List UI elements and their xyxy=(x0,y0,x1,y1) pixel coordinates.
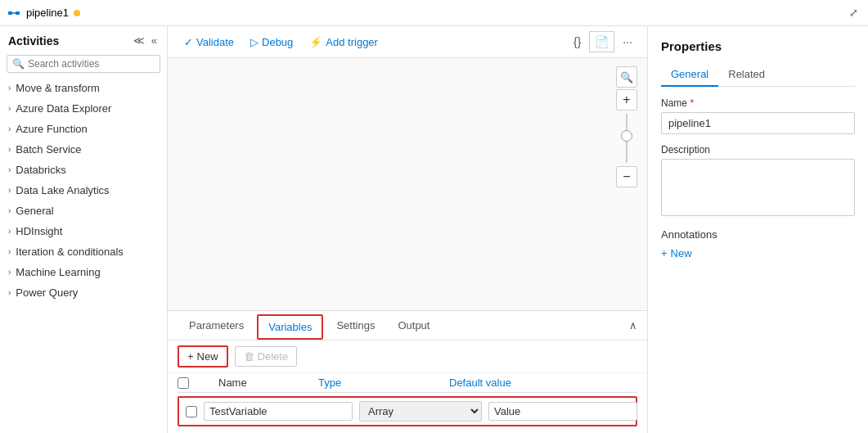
search-input[interactable] xyxy=(28,58,155,70)
sidebar-item-databricks[interactable]: › Databricks xyxy=(0,160,167,180)
sidebar-item-general[interactable]: › General xyxy=(0,201,167,221)
zoom-controls: 🔍 + − xyxy=(616,66,637,187)
bottom-toolbar: + New 🗑 Delete xyxy=(168,341,647,373)
svg-rect-0 xyxy=(8,11,12,15)
properties-tabs: General Related xyxy=(661,63,855,87)
unsaved-indicator xyxy=(74,10,80,16)
bottom-tabs-left: Parameters Variables Settings Output xyxy=(178,311,441,340)
search-icon: 🔍 xyxy=(12,58,25,70)
properties-title: Properties xyxy=(661,39,855,53)
tab-variables[interactable]: Variables xyxy=(257,314,323,340)
table-header: Name Type Default value xyxy=(178,373,637,393)
title-bar: pipeline1 ⤢ xyxy=(0,0,868,26)
pipeline-icon xyxy=(7,6,21,20)
sidebar-item-move-transform[interactable]: › Move & transform xyxy=(0,78,167,98)
sidebar-item-data-lake-analytics[interactable]: › Data Lake Analytics xyxy=(0,180,167,201)
col-header-default: Default value xyxy=(449,377,637,389)
sidebar-item-label: Machine Learning xyxy=(16,266,100,278)
new-annotation-button[interactable]: + New xyxy=(661,247,692,259)
sidebar-item-label: General xyxy=(16,205,53,217)
properties-panel: Properties General Related Name * Descri… xyxy=(647,26,868,433)
code-button[interactable]: {} xyxy=(569,32,586,52)
toolbar-left: ✓ Validate ▷ Debug ⚡ Add trigger xyxy=(178,33,385,52)
sidebar-item-azure-data-explorer[interactable]: › Azure Data Explorer xyxy=(0,98,167,119)
bottom-panel-collapse-button[interactable]: ∧ xyxy=(629,319,637,332)
sidebar-expand-button[interactable]: « xyxy=(150,33,159,48)
annotations-field: Annotations + New xyxy=(661,228,855,259)
description-field: Description xyxy=(661,144,855,219)
chevron-right-icon: › xyxy=(8,186,11,195)
sidebar-item-iteration-conditionals[interactable]: › Iteration & conditionals xyxy=(0,241,167,262)
sidebar-item-power-query[interactable]: › Power Query xyxy=(0,282,167,303)
trigger-icon: ⚡ xyxy=(309,36,322,48)
validate-button[interactable]: ✓ Validate xyxy=(178,33,241,52)
name-field: Name * xyxy=(661,97,855,134)
variable-type-select[interactable]: Array String Boolean xyxy=(359,401,482,422)
chevron-right-icon: › xyxy=(8,268,11,277)
validate-label: Validate xyxy=(196,36,234,48)
required-indicator: * xyxy=(690,97,694,109)
variable-name-input[interactable] xyxy=(204,402,353,421)
sidebar-collapse-button[interactable]: ≪ xyxy=(132,33,146,48)
chevron-right-icon: › xyxy=(8,247,11,256)
title-bar-left: pipeline1 xyxy=(7,6,80,20)
bottom-table: Name Type Default value Array String Boo… xyxy=(168,373,647,433)
sidebar-title: Activities xyxy=(8,34,59,47)
zoom-out-button[interactable]: − xyxy=(616,166,637,187)
zoom-search-button[interactable]: 🔍 xyxy=(616,66,637,88)
new-variable-label: New xyxy=(197,350,218,363)
delete-variable-button[interactable]: 🗑 Delete xyxy=(235,346,298,367)
bottom-panel: Parameters Variables Settings Output ∧ +… xyxy=(168,310,647,433)
zoom-in-button[interactable]: + xyxy=(616,89,637,111)
tab-settings[interactable]: Settings xyxy=(325,313,386,340)
zoom-slider-thumb[interactable] xyxy=(621,130,632,142)
props-tab-related[interactable]: Related xyxy=(718,63,775,87)
sidebar-item-batch-service[interactable]: › Batch Service xyxy=(0,139,167,160)
zoom-slider-track xyxy=(626,114,627,163)
name-label: Name * xyxy=(661,97,855,109)
chevron-right-icon: › xyxy=(8,104,11,113)
sidebar-item-hdinsight[interactable]: › HDInsight xyxy=(0,221,167,241)
debug-icon: ▷ xyxy=(250,36,259,48)
validate-icon: ✓ xyxy=(184,36,193,48)
props-tab-general[interactable]: General xyxy=(661,63,718,87)
title-bar-right: ⤢ xyxy=(846,5,861,20)
select-all-checkbox[interactable] xyxy=(178,377,189,389)
col-header-type: Type xyxy=(318,377,449,389)
sidebar-item-azure-function[interactable]: › Azure Function xyxy=(0,119,167,139)
new-annotation-label: New xyxy=(671,247,692,259)
sidebar-item-label: HDInsight xyxy=(16,225,62,237)
sidebar: Activities ≪ « 🔍 › Move & transform › Az… xyxy=(0,26,168,433)
sidebar-item-label: Data Lake Analytics xyxy=(16,184,109,196)
chevron-right-icon: › xyxy=(8,83,11,92)
chevron-right-icon: › xyxy=(8,165,11,174)
add-trigger-button[interactable]: ⚡ Add trigger xyxy=(303,33,385,52)
toolbar: ✓ Validate ▷ Debug ⚡ Add trigger {} 📄 ··… xyxy=(168,26,647,58)
doc-button[interactable]: 📄 xyxy=(589,31,614,52)
sidebar-item-machine-learning[interactable]: › Machine Learning xyxy=(0,262,167,282)
canvas-area: ✓ Validate ▷ Debug ⚡ Add trigger {} 📄 ··… xyxy=(168,26,647,433)
chevron-right-icon: › xyxy=(8,206,11,215)
title-bar-title: pipeline1 xyxy=(26,7,69,19)
tab-output[interactable]: Output xyxy=(386,313,441,340)
row-checkbox[interactable] xyxy=(186,406,197,417)
toolbar-right: {} 📄 ··· xyxy=(569,31,637,52)
main-container: Activities ≪ « 🔍 › Move & transform › Az… xyxy=(0,26,868,433)
debug-label: Debug xyxy=(262,36,293,48)
add-trigger-label: Add trigger xyxy=(326,36,378,48)
description-textarea[interactable] xyxy=(661,159,855,216)
canvas-drawing[interactable]: 🔍 + − xyxy=(168,58,647,310)
maximize-button[interactable]: ⤢ xyxy=(846,5,861,20)
sidebar-header-icons: ≪ « xyxy=(132,33,159,48)
bottom-tabs: Parameters Variables Settings Output ∧ xyxy=(168,311,647,341)
tab-parameters[interactable]: Parameters xyxy=(178,313,255,340)
variable-default-input[interactable] xyxy=(488,402,637,421)
svg-rect-1 xyxy=(16,11,20,15)
new-variable-button[interactable]: + New xyxy=(178,345,228,368)
debug-button[interactable]: ▷ Debug xyxy=(244,33,299,52)
name-input[interactable] xyxy=(661,112,855,134)
sidebar-item-label: Databricks xyxy=(16,164,65,176)
sidebar-item-label: Batch Service xyxy=(16,143,81,156)
sidebar-item-label: Iteration & conditionals xyxy=(16,246,124,258)
more-button[interactable]: ··· xyxy=(618,32,637,52)
